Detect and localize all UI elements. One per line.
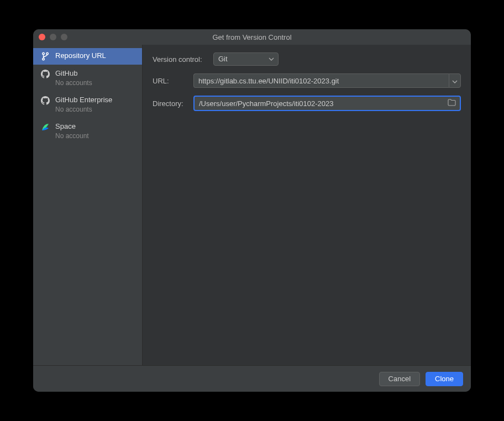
sidebar-item-label: Space [55, 122, 89, 131]
minimize-window-button[interactable] [50, 34, 56, 40]
sidebar-item-label: Repository URL [55, 51, 106, 60]
titlebar: Get from Version Control [33, 29, 471, 45]
dialog-footer: Cancel Clone [33, 365, 471, 392]
source-sidebar: Repository URL GitHub No accounts GitHub… [33, 45, 143, 365]
sidebar-item-github[interactable]: GitHub No accounts [33, 65, 142, 91]
url-row: URL: [153, 73, 461, 88]
url-history-button[interactable] [449, 73, 461, 88]
git-branch-icon [41, 52, 50, 61]
vcs-clone-dialog: Get from Version Control Repository URL … [33, 29, 471, 392]
svg-point-1 [43, 58, 45, 60]
svg-point-2 [46, 52, 49, 55]
sidebar-item-label: GitHub [55, 69, 92, 78]
sidebar-item-sublabel: No accounts [55, 79, 92, 87]
chevron-down-icon [452, 76, 458, 86]
sidebar-item-repository-url[interactable]: Repository URL [33, 48, 142, 65]
github-icon [41, 70, 50, 78]
sidebar-item-github-enterprise[interactable]: GitHub Enterprise No accounts [33, 91, 142, 118]
sidebar-item-label: GitHub Enterprise [55, 96, 112, 104]
version-control-label: Version control: [153, 55, 213, 64]
dialog-body: Repository URL GitHub No accounts GitHub… [33, 45, 471, 365]
sidebar-item-space[interactable]: Space No account [33, 118, 142, 144]
svg-point-0 [43, 52, 45, 55]
directory-input[interactable] [199, 99, 447, 108]
main-panel: Version control: Git URL: [143, 45, 471, 365]
browse-directory-button[interactable] [447, 99, 456, 108]
sidebar-item-sublabel: No accounts [55, 106, 112, 113]
cancel-button[interactable]: Cancel [379, 372, 420, 386]
directory-input-wrapper [193, 96, 461, 111]
version-control-row: Version control: Git [153, 52, 461, 66]
folder-icon [448, 98, 456, 108]
directory-row: Directory: [153, 96, 461, 111]
close-window-button[interactable] [39, 34, 45, 40]
maximize-window-button[interactable] [61, 34, 67, 40]
dialog-title: Get from Version Control [33, 33, 471, 41]
directory-label: Directory: [153, 99, 193, 108]
url-label: URL: [153, 77, 193, 85]
github-icon [41, 96, 50, 105]
version-control-select[interactable]: Git [213, 52, 279, 66]
space-icon [41, 123, 50, 131]
window-controls [39, 34, 67, 40]
sidebar-item-sublabel: No account [55, 132, 89, 140]
url-input[interactable] [193, 73, 449, 88]
clone-button[interactable]: Clone [426, 372, 463, 386]
